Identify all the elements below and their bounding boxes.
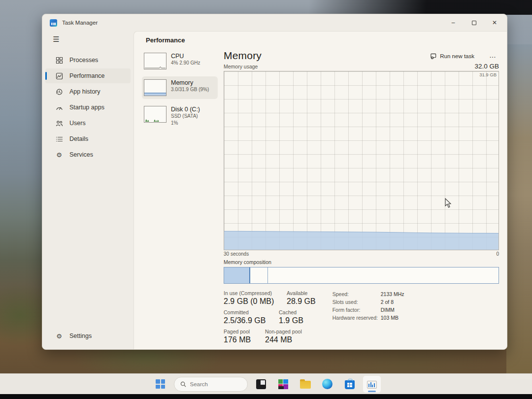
sidebar-item-label: Services xyxy=(69,151,93,158)
windows-start-icon xyxy=(156,379,165,389)
stat-value: 2.5/36.9 GB xyxy=(224,316,269,325)
monitor-bezel-top xyxy=(0,0,532,15)
minimize-button[interactable]: – xyxy=(443,15,464,31)
stat-label: Non-paged pool xyxy=(265,329,302,334)
close-button[interactable]: ✕ xyxy=(484,15,505,31)
monitor-bezel-bottom xyxy=(0,394,532,399)
card-subtitle: 3.0/31.9 GB (9%) xyxy=(171,86,209,93)
taskbar-microsoft-365[interactable] xyxy=(274,376,292,393)
memory-usage-area xyxy=(224,71,499,250)
performance-icon xyxy=(55,72,63,80)
monitor-screen: Task Manager – ✕ ☰ Processes xyxy=(0,0,532,399)
page-title: Memory xyxy=(224,50,262,62)
memory-mini-graph xyxy=(144,79,166,96)
taskbar-file-explorer[interactable] xyxy=(297,376,314,393)
sidebar-item-details[interactable]: Details xyxy=(45,132,131,146)
task-manager-window: Task Manager – ✕ ☰ Processes xyxy=(42,14,507,350)
services-gear-icon: ⚙ xyxy=(55,151,63,159)
detail-label: Speed: xyxy=(332,291,381,297)
sidebar-item-performance[interactable]: Performance xyxy=(45,68,131,83)
stat-label: In use (Compressed) xyxy=(224,290,277,296)
sidebar-item-label: Processes xyxy=(69,57,98,64)
disk-card[interactable]: Disk 0 (C:) SSD (SATA) 1% xyxy=(142,103,218,129)
task-manager-icon xyxy=(367,381,377,389)
sidebar-item-label: Details xyxy=(69,135,88,142)
memory-card[interactable]: Memory 3.0/31.9 GB (9%) xyxy=(142,76,218,99)
desktop-wallpaper-buildings xyxy=(506,44,532,379)
stat-value: 176 MB xyxy=(224,335,255,344)
edge-icon xyxy=(322,379,332,389)
speedometer-icon xyxy=(55,103,63,111)
run-new-task-label: Run new task xyxy=(440,53,474,59)
panel-header: Performance xyxy=(140,36,499,44)
stat-value: 1.9 GB xyxy=(279,316,303,325)
chart-zero-label: 0 xyxy=(496,251,499,257)
card-subtitle: SSD (SATA) xyxy=(171,113,200,120)
sidebar-item-label: App history xyxy=(69,88,100,95)
sidebar-item-processes[interactable]: Processes xyxy=(45,53,131,67)
sidebar-item-label: Startup apps xyxy=(69,104,104,111)
composition-in-use-segment xyxy=(224,267,250,283)
detail-value: 103 MB xyxy=(381,315,399,321)
card-title: Memory xyxy=(171,79,209,86)
memory-composition-bar[interactable] xyxy=(224,267,499,284)
card-subtitle2: 1% xyxy=(171,120,200,127)
detail-value: 2 of 8 xyxy=(381,299,394,305)
search-icon xyxy=(180,381,186,387)
detail-value: DIMM xyxy=(381,307,395,313)
sidebar-item-users[interactable]: Users xyxy=(45,116,131,131)
detail-label: Hardware reserved: xyxy=(332,315,381,321)
stat-value: 2.9 GB (0 MB) xyxy=(224,297,277,306)
disk-mini-graph xyxy=(144,106,166,123)
dark-window-app-icon xyxy=(256,379,266,389)
sidebar-item-label: Users xyxy=(69,120,86,127)
detail-label: Form factor: xyxy=(332,307,381,313)
microsoft-store-icon xyxy=(345,380,355,389)
sidebar-item-settings[interactable]: ⚙ Settings xyxy=(45,329,131,343)
sidebar-item-startup-apps[interactable]: Startup apps xyxy=(45,100,131,115)
performance-cards: CPU 4% 2.90 GHz Memory 3.0/31.9 GB (9%) xyxy=(140,50,218,344)
sidebar-item-label: Performance xyxy=(69,72,105,79)
sidebar-item-label: Settings xyxy=(69,332,92,339)
stat-label: Paged pool xyxy=(224,329,255,334)
sidebar-item-services[interactable]: ⚙ Services xyxy=(45,147,131,162)
task-manager-app-icon xyxy=(50,19,57,27)
maximize-button[interactable] xyxy=(464,15,484,31)
taskbar-edge[interactable] xyxy=(319,376,336,393)
file-explorer-icon xyxy=(300,381,311,389)
start-button[interactable] xyxy=(152,376,169,393)
memory-max-label: 32.0 GB xyxy=(474,63,499,70)
composition-modified-segment xyxy=(250,267,268,283)
stat-value: 244 MB xyxy=(265,335,302,344)
memory-composition-label: Memory composition xyxy=(224,259,499,265)
taskbar-microsoft-store[interactable] xyxy=(341,376,359,393)
card-title: Disk 0 (C:) xyxy=(171,106,200,113)
microsoft-365-icon xyxy=(278,379,288,389)
stat-label: Committed xyxy=(224,309,269,315)
taskbar-task-manager[interactable] xyxy=(363,376,381,393)
users-icon xyxy=(55,119,63,127)
taskbar-search[interactable] xyxy=(174,377,248,392)
stat-label: Available xyxy=(287,290,316,296)
composition-standby-free-segment xyxy=(268,267,499,283)
stat-label: Cached xyxy=(279,309,303,315)
card-subtitle: 4% 2.90 GHz xyxy=(171,60,200,66)
taskbar xyxy=(0,373,532,394)
maximize-icon xyxy=(472,21,476,25)
more-options-button[interactable]: … xyxy=(486,51,499,61)
navigation-menu-button[interactable]: ☰ xyxy=(47,32,65,47)
run-new-task-icon xyxy=(430,53,437,60)
run-new-task-button[interactable]: Run new task xyxy=(426,51,478,62)
details-list-icon xyxy=(55,135,63,143)
processes-icon xyxy=(55,56,63,64)
memory-stats: In use (Compressed) 2.9 GB (0 MB) Availa… xyxy=(224,290,499,344)
taskbar-dark-window-app[interactable] xyxy=(252,376,270,393)
cpu-mini-graph xyxy=(144,53,166,69)
search-input[interactable] xyxy=(190,381,239,387)
detail-label: Slots used: xyxy=(332,299,381,305)
title-bar[interactable]: Task Manager – ✕ xyxy=(42,14,507,31)
hardware-details-table: Speed:2133 MHz Slots used:2 of 8 Form fa… xyxy=(332,290,404,344)
sidebar-item-app-history[interactable]: App history xyxy=(45,84,131,99)
cpu-card[interactable]: CPU 4% 2.90 GHz xyxy=(142,50,218,72)
settings-gear-icon: ⚙ xyxy=(55,332,63,340)
